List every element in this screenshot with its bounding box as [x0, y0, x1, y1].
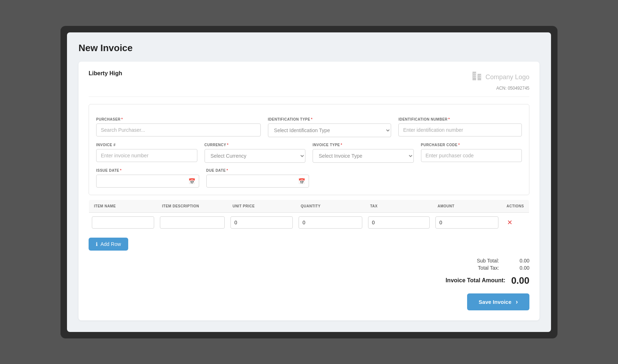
identification-type-select[interactable]: Select Identification Type [268, 123, 391, 137]
svg-rect-10 [479, 77, 479, 78]
item-name-input[interactable] [92, 216, 154, 229]
unit-price-input[interactable] [230, 216, 293, 229]
save-arrow-icon: › [516, 298, 518, 306]
totals-section: Sub Total: 0.00 Total Tax: 0.00 Invoice … [89, 258, 529, 310]
page-title: New Invoice [79, 42, 539, 54]
app-background: New Invoice Liberty High [67, 32, 551, 332]
subtotal-row: Sub Total: 0.00 [463, 258, 529, 264]
invoice-total-row: Invoice Total Amount: 0.00 [445, 275, 529, 286]
purchaser-code-label: PURCHASER CODE* [421, 143, 522, 147]
col-item-name: ITEM NAME [89, 199, 157, 212]
currency-select[interactable]: Select Currency [205, 149, 306, 163]
form-row-purchaser: PURCHASER* IDENTIFICATION TYPE* Select I… [96, 117, 522, 137]
due-date-group: DUE DATE* 📅 [206, 168, 309, 188]
save-label: Save Invoice [479, 299, 511, 305]
identification-number-group: IDENTIFICATION NUMBER* [398, 117, 522, 137]
bottom-row: Save Invoice › [467, 288, 529, 310]
svg-rect-8 [479, 75, 479, 76]
currency-group: CURRENCY* Select Currency [205, 143, 306, 163]
acn-text: ACN: 050492745 [496, 86, 529, 91]
due-date-label: DUE DATE* [206, 168, 309, 172]
item-description-input[interactable] [160, 216, 225, 229]
cell-item-name [89, 212, 157, 232]
quantity-input[interactable] [299, 216, 362, 229]
form-row-dates: ISSUE DATE* 📅 DUE DATE* 📅 [96, 168, 522, 188]
due-date-input[interactable] [206, 175, 309, 188]
total-tax-value: 0.00 [508, 265, 529, 271]
invoice-number-group: INVOICE # [96, 143, 197, 163]
identification-number-input[interactable] [398, 123, 522, 136]
col-unit-price: UNIT PRICE [228, 199, 296, 212]
issue-date-input[interactable] [96, 175, 199, 188]
table-header: ITEM NAME ITEM DESCRIPTION UNIT PRICE QU… [89, 199, 529, 212]
cell-item-description [157, 212, 228, 232]
add-row-button[interactable]: ℹ Add Row [89, 238, 128, 251]
issue-date-wrapper: 📅 [96, 175, 199, 188]
issue-date-group: ISSUE DATE* 📅 [96, 168, 199, 188]
table-row: ✕ [89, 212, 529, 232]
tax-input[interactable] [368, 216, 430, 229]
invoice-card: Liberty High [79, 62, 539, 320]
total-tax-label: Total Tax: [463, 265, 499, 271]
company-name: Liberty High [89, 70, 122, 77]
delete-row-button[interactable]: ✕ [504, 217, 515, 228]
invoice-total-value: 0.00 [511, 275, 529, 286]
total-tax-row: Total Tax: 0.00 [463, 265, 529, 271]
company-logo-text: Company Logo [485, 73, 529, 81]
items-table: ITEM NAME ITEM DESCRIPTION UNIT PRICE QU… [89, 199, 529, 233]
identification-number-label: IDENTIFICATION NUMBER* [398, 117, 522, 121]
invoice-number-input[interactable] [96, 149, 197, 162]
invoice-total-label: Invoice Total Amount: [445, 277, 505, 284]
cell-unit-price [228, 212, 296, 232]
due-date-wrapper: 📅 [206, 175, 309, 188]
purchaser-label: PURCHASER* [96, 117, 261, 121]
identification-type-label: IDENTIFICATION TYPE* [268, 117, 391, 121]
svg-rect-6 [474, 77, 474, 78]
cell-quantity [296, 212, 365, 232]
outer-frame: New Invoice Liberty High [61, 26, 557, 338]
invoice-type-select[interactable]: Select Invoice Type [313, 149, 414, 163]
card-header: Liberty High [89, 70, 529, 97]
purchaser-code-group: PURCHASER CODE* [421, 143, 522, 163]
purchaser-code-input[interactable] [421, 149, 522, 162]
company-logo-area: Company Logo ACN: 050492745 [471, 70, 529, 91]
svg-rect-4 [474, 75, 474, 76]
col-tax: TAX [365, 199, 433, 212]
svg-rect-7 [475, 77, 476, 78]
col-item-description: ITEM DESCRIPTION [157, 199, 228, 212]
table-body: ✕ [89, 212, 529, 232]
svg-rect-5 [475, 75, 476, 76]
cell-tax [365, 212, 433, 232]
purchaser-field-group: PURCHASER* [96, 117, 261, 137]
col-actions: ACTIONS [501, 199, 529, 212]
col-quantity: QUANTITY [296, 199, 365, 212]
add-row-label: Add Row [100, 241, 121, 247]
cell-actions: ✕ [501, 212, 529, 232]
col-amount: AMOUNT [433, 199, 501, 212]
invoice-type-group: INVOICE TYPE* Select Invoice Type [313, 143, 414, 163]
svg-rect-3 [475, 73, 476, 74]
svg-rect-9 [480, 75, 481, 76]
add-row-section: ℹ Add Row [89, 238, 529, 251]
subtotal-value: 0.00 [508, 258, 529, 264]
currency-label: CURRENCY* [205, 143, 306, 147]
save-invoice-button[interactable]: Save Invoice › [467, 293, 529, 310]
cell-amount [433, 212, 501, 232]
subtotal-label: Sub Total: [463, 258, 499, 264]
add-row-icon: ℹ [96, 241, 98, 247]
amount-input[interactable] [435, 216, 498, 229]
svg-rect-11 [480, 77, 481, 78]
purchaser-required: * [121, 117, 123, 121]
building-icon [471, 70, 483, 84]
form-section: PURCHASER* IDENTIFICATION TYPE* Select I… [89, 104, 529, 195]
identification-type-group: IDENTIFICATION TYPE* Select Identificati… [268, 117, 391, 137]
invoice-number-label: INVOICE # [96, 143, 197, 147]
invoice-type-label: INVOICE TYPE* [313, 143, 414, 147]
company-logo-row: Company Logo [471, 70, 529, 84]
purchaser-input[interactable] [96, 123, 261, 136]
form-row-invoice: INVOICE # CURRENCY* Select Currency [96, 143, 522, 163]
issue-date-label: ISSUE DATE* [96, 168, 199, 172]
svg-rect-2 [474, 73, 474, 74]
